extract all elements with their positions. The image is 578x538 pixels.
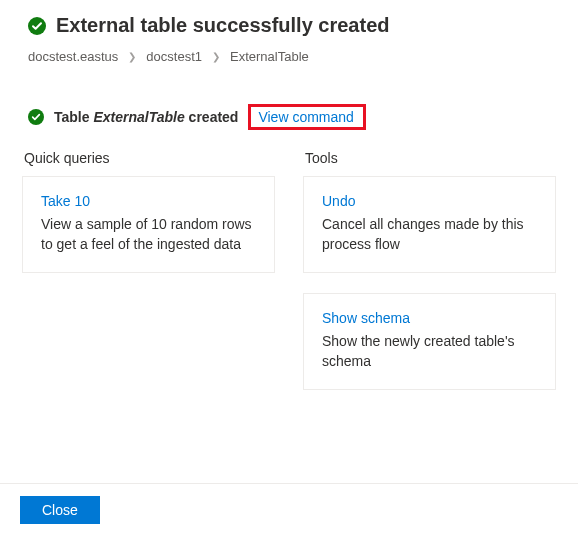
section-title-quick-queries: Quick queries [22, 150, 275, 176]
breadcrumb: docstest.eastus ❯ docstest1 ❯ ExternalTa… [0, 45, 578, 82]
section-title-tools: Tools [303, 150, 556, 176]
dialog-footer: Close [0, 483, 578, 538]
card-show-schema[interactable]: Show schema Show the newly created table… [303, 293, 556, 390]
card-description: Cancel all changes made by this process … [322, 215, 539, 254]
dialog-header: External table successfully created [0, 0, 578, 45]
close-button[interactable]: Close [20, 496, 100, 524]
chevron-right-icon: ❯ [212, 51, 220, 62]
card-title: Take 10 [41, 193, 258, 209]
page-title: External table successfully created [56, 14, 390, 37]
status-message-row: Table ExternalTable created View command [0, 82, 578, 150]
success-check-icon [28, 17, 46, 35]
view-command-link[interactable]: View command [250, 103, 361, 131]
status-message: Table ExternalTable created [54, 109, 238, 125]
content-columns: Quick queries Take 10 View a sample of 1… [0, 150, 578, 410]
tools-column: Tools Undo Cancel all changes made by th… [303, 150, 556, 410]
card-description: View a sample of 10 random rows to get a… [41, 215, 258, 254]
card-undo[interactable]: Undo Cancel all changes made by this pro… [303, 176, 556, 273]
success-check-icon [28, 109, 44, 125]
card-title: Undo [322, 193, 539, 209]
highlight-callout: View command [248, 104, 365, 130]
card-take-10[interactable]: Take 10 View a sample of 10 random rows … [22, 176, 275, 273]
breadcrumb-item[interactable]: docstest.eastus [28, 49, 118, 64]
quick-queries-column: Quick queries Take 10 View a sample of 1… [22, 150, 275, 410]
breadcrumb-item[interactable]: docstest1 [146, 49, 202, 64]
breadcrumb-item[interactable]: ExternalTable [230, 49, 309, 64]
chevron-right-icon: ❯ [128, 51, 136, 62]
card-description: Show the newly created table's schema [322, 332, 539, 371]
card-title: Show schema [322, 310, 539, 326]
